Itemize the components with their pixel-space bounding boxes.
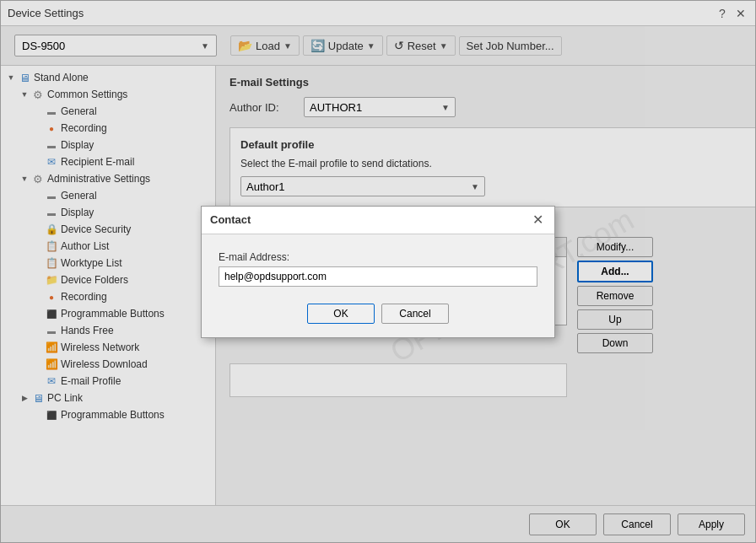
dialog-cancel-button[interactable]: Cancel — [381, 304, 449, 324]
email-field-label: E-mail Address: — [219, 251, 537, 263]
contact-dialog: Contact ✕ E-mail Address: OK Cancel — [201, 206, 555, 338]
dialog-overlay: Contact ✕ E-mail Address: OK Cancel — [1, 1, 755, 542]
dialog-body: E-mail Address: — [202, 234, 554, 295]
email-input[interactable] — [219, 266, 537, 287]
dialog-ok-button[interactable]: OK — [307, 304, 375, 324]
device-settings-window: Device Settings ? ✕ DS-9500 ▼ 📂 Load ▼ 🔄… — [0, 0, 756, 543]
dialog-title-bar: Contact ✕ — [202, 207, 554, 234]
dialog-footer: OK Cancel — [202, 295, 554, 337]
dialog-title-text: Contact — [210, 213, 251, 226]
dialog-close-button[interactable]: ✕ — [529, 212, 546, 228]
